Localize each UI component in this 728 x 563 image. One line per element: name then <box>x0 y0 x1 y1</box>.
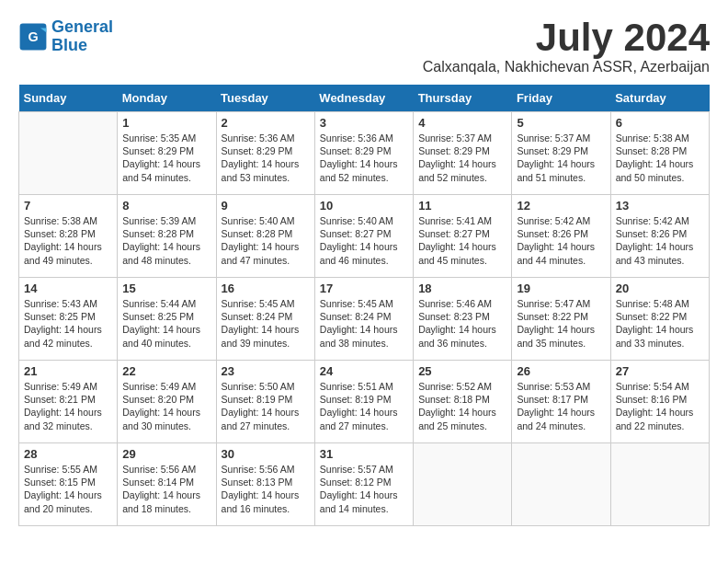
day-number: 3 <box>320 116 408 130</box>
week-row-0: 1Sunrise: 5:35 AM Sunset: 8:29 PM Daylig… <box>19 112 710 195</box>
calendar-cell: 19Sunrise: 5:47 AM Sunset: 8:22 PM Dayli… <box>512 278 610 361</box>
cell-content: Sunrise: 5:43 AM Sunset: 8:25 PM Dayligh… <box>24 297 112 350</box>
month-title: July 2024 <box>423 18 710 57</box>
calendar-cell: 9Sunrise: 5:40 AM Sunset: 8:28 PM Daylig… <box>216 195 314 278</box>
cell-content: Sunrise: 5:50 AM Sunset: 8:19 PM Dayligh… <box>222 380 310 432</box>
weekday-header-tuesday: Tuesday <box>216 85 314 112</box>
cell-content: Sunrise: 5:51 AM Sunset: 8:19 PM Dayligh… <box>320 380 408 432</box>
weekday-header-row: SundayMondayTuesdayWednesdayThursdayFrid… <box>19 85 710 112</box>
cell-content: Sunrise: 5:56 AM Sunset: 8:14 PM Dayligh… <box>122 463 210 515</box>
day-number: 29 <box>122 447 210 461</box>
calendar-cell: 25Sunrise: 5:52 AM Sunset: 8:18 PM Dayli… <box>414 361 512 443</box>
calendar-cell <box>19 112 118 195</box>
day-number: 26 <box>517 364 605 378</box>
calendar-cell: 16Sunrise: 5:45 AM Sunset: 8:24 PM Dayli… <box>216 278 314 361</box>
day-number: 28 <box>24 447 112 461</box>
day-number: 10 <box>320 199 408 213</box>
cell-content: Sunrise: 5:45 AM Sunset: 8:24 PM Dayligh… <box>320 297 408 350</box>
calendar-cell: 20Sunrise: 5:48 AM Sunset: 8:22 PM Dayli… <box>610 278 709 361</box>
day-number: 14 <box>24 282 112 295</box>
calendar-cell: 26Sunrise: 5:53 AM Sunset: 8:17 PM Dayli… <box>512 361 610 443</box>
week-row-2: 14Sunrise: 5:43 AM Sunset: 8:25 PM Dayli… <box>19 278 710 361</box>
cell-content: Sunrise: 5:55 AM Sunset: 8:15 PM Dayligh… <box>24 463 112 515</box>
cell-content: Sunrise: 5:49 AM Sunset: 8:21 PM Dayligh… <box>24 380 112 432</box>
cell-content: Sunrise: 5:57 AM Sunset: 8:12 PM Dayligh… <box>320 463 408 515</box>
calendar-cell: 27Sunrise: 5:54 AM Sunset: 8:16 PM Dayli… <box>610 361 709 443</box>
calendar-cell: 24Sunrise: 5:51 AM Sunset: 8:19 PM Dayli… <box>314 361 413 443</box>
cell-content: Sunrise: 5:40 AM Sunset: 8:28 PM Dayligh… <box>222 214 310 267</box>
day-number: 6 <box>616 116 704 130</box>
calendar-cell: 13Sunrise: 5:42 AM Sunset: 8:26 PM Dayli… <box>610 195 709 278</box>
day-number: 23 <box>222 364 310 378</box>
cell-content: Sunrise: 5:42 AM Sunset: 8:26 PM Dayligh… <box>616 214 704 267</box>
cell-content: Sunrise: 5:42 AM Sunset: 8:26 PM Dayligh… <box>517 214 605 267</box>
logo-line1: General <box>51 17 113 36</box>
logo-icon: G <box>18 22 48 52</box>
logo-text: General Blue <box>51 18 113 55</box>
cell-content: Sunrise: 5:54 AM Sunset: 8:16 PM Dayligh… <box>616 380 704 432</box>
weekday-header-friday: Friday <box>512 85 610 112</box>
weekday-header-sunday: Sunday <box>19 85 118 112</box>
day-number: 7 <box>24 199 112 213</box>
day-number: 1 <box>122 116 210 130</box>
day-number: 20 <box>616 282 704 295</box>
calendar-cell: 11Sunrise: 5:41 AM Sunset: 8:27 PM Dayli… <box>414 195 512 278</box>
day-number: 8 <box>122 199 210 213</box>
day-number: 24 <box>320 364 408 378</box>
page-header: G General Blue July 2024 Calxanqala, Nak… <box>18 18 710 75</box>
day-number: 4 <box>418 116 506 130</box>
day-number: 12 <box>517 199 605 213</box>
week-row-3: 21Sunrise: 5:49 AM Sunset: 8:21 PM Dayli… <box>19 361 710 443</box>
cell-content: Sunrise: 5:41 AM Sunset: 8:27 PM Dayligh… <box>418 214 506 267</box>
calendar-cell: 29Sunrise: 5:56 AM Sunset: 8:14 PM Dayli… <box>118 443 216 526</box>
title-block: July 2024 Calxanqala, Nakhichevan ASSR, … <box>423 18 710 75</box>
cell-content: Sunrise: 5:44 AM Sunset: 8:25 PM Dayligh… <box>122 297 210 350</box>
weekday-header-thursday: Thursday <box>414 85 512 112</box>
day-number: 17 <box>320 282 408 295</box>
cell-content: Sunrise: 5:39 AM Sunset: 8:28 PM Dayligh… <box>122 214 210 267</box>
calendar-cell <box>414 443 512 526</box>
cell-content: Sunrise: 5:36 AM Sunset: 8:29 PM Dayligh… <box>222 132 310 184</box>
day-number: 19 <box>517 282 605 295</box>
calendar-cell: 17Sunrise: 5:45 AM Sunset: 8:24 PM Dayli… <box>314 278 413 361</box>
calendar-cell: 15Sunrise: 5:44 AM Sunset: 8:25 PM Dayli… <box>118 278 216 361</box>
cell-content: Sunrise: 5:38 AM Sunset: 8:28 PM Dayligh… <box>616 132 704 184</box>
week-row-4: 28Sunrise: 5:55 AM Sunset: 8:15 PM Dayli… <box>19 443 710 526</box>
cell-content: Sunrise: 5:52 AM Sunset: 8:18 PM Dayligh… <box>418 380 506 432</box>
day-number: 22 <box>122 364 210 378</box>
day-number: 21 <box>24 364 112 378</box>
cell-content: Sunrise: 5:36 AM Sunset: 8:29 PM Dayligh… <box>320 132 408 184</box>
cell-content: Sunrise: 5:49 AM Sunset: 8:20 PM Dayligh… <box>122 380 210 432</box>
cell-content: Sunrise: 5:38 AM Sunset: 8:28 PM Dayligh… <box>24 214 112 267</box>
calendar-cell: 1Sunrise: 5:35 AM Sunset: 8:29 PM Daylig… <box>118 112 216 195</box>
cell-content: Sunrise: 5:40 AM Sunset: 8:27 PM Dayligh… <box>320 214 408 267</box>
cell-content: Sunrise: 5:53 AM Sunset: 8:17 PM Dayligh… <box>517 380 605 432</box>
calendar-cell: 2Sunrise: 5:36 AM Sunset: 8:29 PM Daylig… <box>216 112 314 195</box>
cell-content: Sunrise: 5:45 AM Sunset: 8:24 PM Dayligh… <box>222 297 310 350</box>
location-title: Calxanqala, Nakhichevan ASSR, Azerbaijan <box>423 59 710 75</box>
day-number: 9 <box>222 199 310 213</box>
day-number: 18 <box>418 282 506 295</box>
cell-content: Sunrise: 5:46 AM Sunset: 8:23 PM Dayligh… <box>418 297 506 350</box>
calendar-cell <box>610 443 709 526</box>
day-number: 13 <box>616 199 704 213</box>
calendar-cell: 10Sunrise: 5:40 AM Sunset: 8:27 PM Dayli… <box>314 195 413 278</box>
calendar-cell: 21Sunrise: 5:49 AM Sunset: 8:21 PM Dayli… <box>19 361 118 443</box>
calendar-cell: 14Sunrise: 5:43 AM Sunset: 8:25 PM Dayli… <box>19 278 118 361</box>
calendar-table: SundayMondayTuesdayWednesdayThursdayFrid… <box>18 85 710 526</box>
calendar-cell: 3Sunrise: 5:36 AM Sunset: 8:29 PM Daylig… <box>314 112 413 195</box>
day-number: 25 <box>418 364 506 378</box>
day-number: 5 <box>517 116 605 130</box>
day-number: 30 <box>222 447 310 461</box>
weekday-header-saturday: Saturday <box>610 85 709 112</box>
calendar-cell <box>512 443 610 526</box>
calendar-cell: 5Sunrise: 5:37 AM Sunset: 8:29 PM Daylig… <box>512 112 610 195</box>
calendar-cell: 12Sunrise: 5:42 AM Sunset: 8:26 PM Dayli… <box>512 195 610 278</box>
day-number: 2 <box>222 116 310 130</box>
calendar-cell: 18Sunrise: 5:46 AM Sunset: 8:23 PM Dayli… <box>414 278 512 361</box>
day-number: 16 <box>222 282 310 295</box>
cell-content: Sunrise: 5:56 AM Sunset: 8:13 PM Dayligh… <box>222 463 310 515</box>
day-number: 27 <box>616 364 704 378</box>
logo-line2: Blue <box>51 36 87 54</box>
calendar-cell: 7Sunrise: 5:38 AM Sunset: 8:28 PM Daylig… <box>19 195 118 278</box>
